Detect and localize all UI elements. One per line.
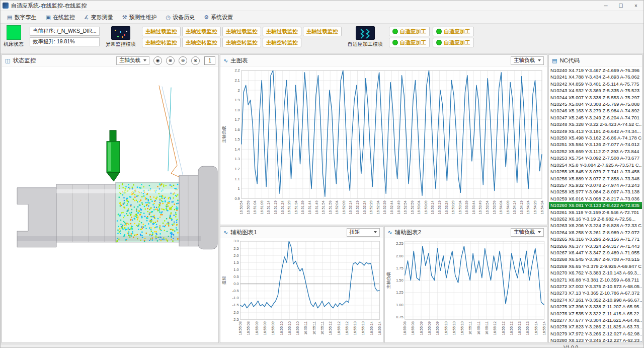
nc-code-line[interactable]: N10275 X7.396 Y-3.338 Z-11.207 A-65.95..… [549, 303, 642, 310]
spindle-idle-monitor-button[interactable]: 主轴空转监控 [263, 38, 301, 47]
menu-item-数字孪生[interactable]: ▤数字孪生 [3, 13, 41, 22]
workpiece-3d-view[interactable] [2, 66, 218, 342]
svg-text:16:54:34: 16:54:34 [540, 200, 544, 214]
menu-item-系统设置[interactable]: ⚙系统设置 [199, 13, 237, 22]
nc-code-line[interactable]: N10278 X7.823 Y-3.286 Z-11.825 A-63.73..… [549, 323, 642, 330]
nc-code-line[interactable]: N10249 X5.413 Y-3.191 Z-6.642 A-74.34... [549, 128, 642, 134]
menu-item-预测性维护[interactable]: ⚒预测性维护 [118, 13, 162, 22]
minimize-icon[interactable]: ─ [598, 1, 613, 11]
nc-code-line-selected[interactable]: N10260 X6.081 Y-3.133 Z-8.422 A-72.835 [549, 202, 642, 208]
nc-code-line[interactable]: N10259 X6.016 Y-3.098 Z-8.217 A-73.036 [549, 195, 642, 202]
nc-code-line[interactable]: N10272 X7.002 Y-3.375 Z-10.573 A-68.05..… [549, 283, 642, 290]
svg-text:16:51:59: 16:51:59 [329, 200, 332, 214]
document-icon: ▤ [552, 57, 557, 64]
main-chart-signal-dropdown[interactable]: 主轴负载 [511, 56, 544, 65]
svg-text:16:55:11: 16:55:11 [304, 321, 307, 335]
spindle-overload-monitor-button[interactable]: 主轴过载监控 [303, 27, 342, 36]
nc-code-line[interactable]: N10245 X5.084 Y-3.308 Z-5.769 A-75.088 [549, 101, 642, 107]
nc-code-line[interactable]: N10240 X4.719 Y-3.467 Z-4.669 A-76.396 [549, 67, 642, 74]
view-reset-icon[interactable]: ◉ [153, 56, 162, 65]
nc-code-line[interactable]: N10264 X6.258 Y-3.261 Z-8.989 A-72.072 [549, 229, 642, 236]
svg-text:1.75: 1.75 [396, 266, 403, 270]
nc-code-line[interactable]: N10280 X8.123 Y-3.245 Z-12.227 A-62.23..… [549, 337, 642, 342]
nc-code-line[interactable]: N10244 X5.007 Y-3.338 Z-5.553 A-75.297 [549, 94, 642, 101]
spindle-overload-monitor-button[interactable]: 主轴过载监控 [142, 27, 181, 36]
nc-code-line[interactable]: N10268 X6.545 Y-3.367 Z-9.708 A-70.515 [549, 256, 642, 262]
nc-code-line[interactable]: N10262 X6.16 Y-3.19 Z-8.682 A-72.56... [549, 216, 642, 222]
svg-text:16:52:14: 16:52:14 [349, 200, 352, 214]
zoom-out-icon[interactable]: ⊖ [179, 56, 187, 65]
aux-chart2-signal-dropdown[interactable]: 主轴负载 [511, 228, 544, 237]
nc-code-line[interactable]: N10247 X5.245 Y-3.249 Z-6.204 A-74.701 [549, 114, 642, 121]
menu-item-icon: ▣ [45, 14, 50, 21]
nc-code-line[interactable]: N10248 X5.328 Y-3.22 Z-6.423 A-74.52 C..… [549, 121, 642, 127]
nc-code-line[interactable]: N10265 X6.316 Y-3.296 Z-9.156 A-71.771 [549, 236, 642, 242]
nc-code-line[interactable]: N10274 X7.261 Y-3.352 Z-10.998 A-66.67..… [549, 297, 642, 303]
zoom-in-icon[interactable]: ⊕ [166, 56, 175, 65]
svg-text:0.9: 0.9 [234, 196, 239, 201]
sample-count-input[interactable]: 1 [204, 56, 215, 65]
svg-text:16:55:10: 16:55:10 [296, 321, 299, 335]
aux-chart2-header: ∿ 辅助图表2 主轴负载 [385, 227, 547, 238]
adaptive-machining-button[interactable]: 自适应加工 [389, 27, 430, 36]
nc-code-line[interactable]: N10263 X6.206 Y-3.224 Z-8.828 A-72.33 C.… [549, 222, 642, 229]
nc-code-line[interactable]: N10255 X5.845 Y-3.079 Z-7.741 A-73.458 [549, 168, 642, 175]
nc-code-line[interactable]: N10261 X6.119 Y-3.159 Z-8.546 A-72.701 [549, 209, 642, 216]
svg-text:0.5: 0.5 [233, 274, 238, 279]
nc-code-line[interactable]: N10246 X5.163 Y-3.279 Z-5.984 A-74.892 [549, 107, 642, 114]
nc-code-line[interactable]: N10277 X7.677 Y-3.304 Z-11.621 A-64.48..… [549, 317, 642, 323]
spindle-overload-monitor-button[interactable]: 主轴过载监控 [222, 27, 261, 36]
nc-code-line[interactable]: N10271 X6.88 Y-3.381 Z-10.359 A-68.711 [549, 276, 642, 283]
nc-code-line[interactable]: N10253 X5.754 Y-3.092 Z-7.508 A-73.677 [549, 155, 642, 161]
nc-code-line[interactable]: N10254 X5.8 Y-3.084 Z-7.625 A-73.571 C..… [549, 162, 642, 168]
menu-item-变形测量[interactable]: ∡变形测量 [79, 13, 118, 22]
svg-text:1.50: 1.50 [396, 278, 403, 283]
menu-bar: ▤数字孪生▣在线监控∡变形测量⚒预测性维护◷设备历史⚙系统设置 [1, 11, 643, 24]
aux-chart1-title: 辅助图表1 [230, 229, 257, 236]
nc-code-line[interactable]: N10267 X6.447 Y-3.347 Z-9.489 A-71.055 [549, 249, 642, 256]
chevron-down-icon [538, 231, 541, 233]
nc-code-line[interactable]: N10242 X4.859 Y-3.401 Z-5.114 A-75.775 [549, 81, 642, 87]
nc-code-line[interactable]: N10252 X5.669 Y-3.112 Z-7.293 A-73.844 [549, 148, 642, 155]
svg-text:16:54:09: 16:54:09 [506, 200, 510, 214]
nc-code-line[interactable]: N10276 X7.535 Y-3.322 Z-11.415 A-65.22..… [549, 310, 642, 317]
svg-text:1.00: 1.00 [396, 303, 403, 307]
nc-code-line[interactable]: N10270 X6.762 Y-3.383 Z-10.143 A-69.3... [549, 269, 642, 276]
nc-code-line[interactable]: N10241 X4.788 Y-3.434 Z-4.893 A-76.062 [549, 74, 642, 80]
spindle-idle-monitor-button[interactable]: 主轴空转监控 [182, 38, 221, 47]
maximize-icon[interactable]: ☐ [613, 1, 628, 11]
nc-code-line[interactable]: N10279 X7.972 Y-3.266 Z-12.027 A-62.98..… [549, 330, 642, 337]
charts-column: ∿ 主图表 主轴负载 2.22.121.91.81.71.61.51.41.31… [220, 54, 547, 343]
nc-code-line[interactable]: N10273 X7.13 Y-3.365 Z-10.786 A-67.372 [549, 290, 642, 296]
nc-code-line[interactable]: N10257 X5.932 Y-3.078 Z-7.974 A-73.243 [549, 182, 642, 188]
nc-code-line[interactable]: N10243 X4.932 Y-3.369 Z-5.335 A-75.523 [549, 87, 642, 94]
status-signal-dropdown[interactable]: 主轴负载 [116, 56, 149, 65]
menu-item-设备历史[interactable]: ◷设备历史 [162, 13, 200, 22]
svg-text:主轴负载: 主轴负载 [385, 271, 390, 289]
svg-text:16:52:24: 16:52:24 [363, 200, 366, 214]
chevron-down-icon [538, 59, 541, 61]
nc-code-line[interactable]: N10269 X6.65 Y-3.379 Z-9.926 A-69.947 C.… [549, 263, 642, 269]
adaptive-machining-button[interactable]: 自适应加工 [433, 38, 474, 47]
nc-code-line[interactable]: N10256 X5.889 Y-3.077 Z-7.858 A-73.348 [549, 175, 642, 182]
spindle-idle-monitor-button[interactable]: 主轴空转监控 [142, 38, 181, 47]
svg-text:3.0: 3.0 [233, 239, 238, 243]
nc-code-line[interactable]: N10266 X6.377 Y-3.324 Z-9.317 A-71.443 [549, 243, 642, 249]
nc-code-line[interactable]: N10251 X5.584 Y-3.136 Z-7.077 A-74.012 [549, 141, 642, 148]
spindle-overload-monitor-button[interactable]: 主轴过载监控 [182, 27, 221, 36]
aux-charts-row: ∿ 辅助图表1 扭矩 3.02.52.01.51.00.50.0-0.5-1.0… [220, 226, 547, 343]
svg-text:16:51:14: 16:51:14 [267, 200, 271, 214]
svg-text:16:53:24: 16:53:24 [445, 200, 448, 214]
adaptive-machining-button[interactable]: 自适应加工 [433, 27, 474, 36]
nc-code-line[interactable]: N10258 X5.977 Y-3.084 Z-8.097 A-73.138 [549, 188, 642, 195]
svg-text:16:51:04: 16:51:04 [253, 200, 257, 214]
adaptive-machining-button[interactable]: 自适应加工 [389, 38, 430, 47]
nc-code-line[interactable]: N10250 X5.498 Y-3.162 Z-6.86 A-74.178 C.… [549, 134, 642, 141]
spindle-idle-monitor-button[interactable]: 主轴空转监控 [222, 38, 261, 47]
clear-view-icon[interactable]: ⊗ [191, 56, 200, 65]
spindle-overload-monitor-button[interactable]: 主轴过载监控 [263, 27, 301, 36]
menu-item-在线监控[interactable]: ▣在线监控 [41, 13, 79, 22]
aux-chart1-signal-dropdown[interactable]: 扭矩 [347, 228, 380, 237]
svg-text:16:55:12: 16:55:12 [345, 321, 349, 335]
close-icon[interactable]: × [628, 1, 643, 11]
